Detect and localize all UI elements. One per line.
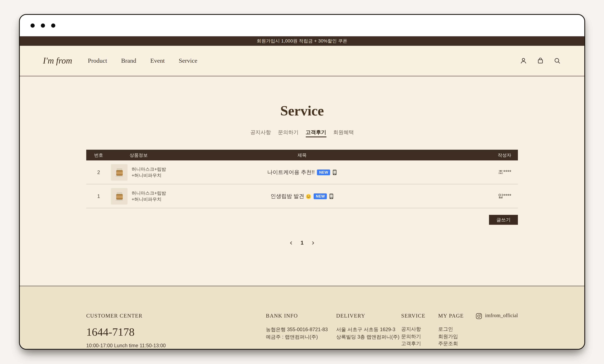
review-author: 조**** bbox=[415, 169, 518, 176]
account-icon[interactable] bbox=[519, 57, 527, 65]
review-row: 2 허니마스크+립밤+허니비파우치 나이트케어용 추천!! NEW bbox=[86, 160, 518, 184]
col-header-author: 작성자 bbox=[415, 152, 518, 158]
write-button[interactable]: 글쓰기 bbox=[489, 215, 518, 225]
pagination: ‹ 1 › bbox=[86, 239, 518, 246]
nav-service[interactable]: Service bbox=[179, 57, 197, 64]
footer-link-signup[interactable]: 회원가입 bbox=[438, 333, 476, 340]
review-title-link[interactable]: 인생립밤 발견 bbox=[271, 193, 304, 200]
footer-link-login[interactable]: 로그인 bbox=[438, 326, 476, 333]
cart-icon[interactable] bbox=[536, 57, 544, 65]
tab-inquiry[interactable]: 문의하기 bbox=[278, 129, 299, 137]
next-page-icon[interactable]: › bbox=[312, 239, 314, 246]
title-cell: 나이트케어용 추천!! NEW bbox=[189, 168, 415, 176]
header-icons bbox=[519, 57, 561, 65]
board-tabs: 공지사항 문의하기 고객후기 회원혜택 bbox=[20, 129, 584, 137]
footer-bank-info: BANK INFO 농협은행 355-0016-8721-83 예금주 : 랩앤… bbox=[266, 313, 336, 350]
logo[interactable]: I'm from bbox=[43, 56, 72, 66]
product-cell: 허니마스크+립밤+허니비파우치 bbox=[111, 188, 189, 204]
nav-event[interactable]: Event bbox=[150, 57, 165, 64]
footer-link-member-info[interactable]: 회원정보 bbox=[438, 348, 476, 350]
bank-account: 농협은행 355-0016-8721-83 bbox=[266, 326, 336, 333]
board-header-row: 번호 상품정보 제목 작성자 bbox=[86, 150, 518, 160]
review-number: 1 bbox=[86, 193, 111, 199]
main-nav: Product Brand Event Service bbox=[88, 57, 197, 64]
prev-page-icon[interactable]: ‹ bbox=[290, 239, 292, 246]
instagram-handle[interactable]: imfrom_official bbox=[485, 313, 518, 319]
review-board: 번호 상품정보 제목 작성자 2 허니마스크+립밤+허니비파우치 bbox=[86, 150, 518, 208]
smile-emoji bbox=[306, 194, 311, 199]
page-title: Service bbox=[20, 76, 584, 119]
review-row: 1 허니마스크+립밤+허니비파우치 인생립밤 발견 bbox=[86, 184, 518, 208]
footer-heading-delivery: DELIVERY bbox=[336, 313, 401, 319]
site-header: I'm from Product Brand Event Service bbox=[20, 46, 584, 76]
window-control-dot[interactable] bbox=[41, 24, 45, 28]
footer-service-menu: SERVICE 공지사항 문의하기 고객후기 회원혜택 bbox=[401, 313, 438, 350]
col-header-title: 제목 bbox=[189, 152, 415, 158]
window-titlebar bbox=[20, 15, 584, 36]
footer-customer-center: CUSTOMER CENTER 1644-7178 10:00-17:00 Lu… bbox=[86, 313, 266, 350]
new-badge: NEW bbox=[314, 194, 327, 199]
announcement-bar: 회원가입시 1,000원 적립금 + 30%할인 쿠폰 bbox=[20, 36, 584, 46]
announcement-text: 회원가입시 1,000원 적립금 + 30%할인 쿠폰 bbox=[257, 38, 347, 44]
footer-heading-service: SERVICE bbox=[401, 313, 438, 319]
nav-brand[interactable]: Brand bbox=[121, 57, 136, 64]
current-page[interactable]: 1 bbox=[301, 240, 303, 246]
review-title-link[interactable]: 나이트케어용 추천!! bbox=[267, 169, 315, 176]
col-header-no: 번호 bbox=[86, 152, 111, 158]
footer-heading-customer-center: CUSTOMER CENTER bbox=[86, 313, 266, 319]
title-cell: 인생립밤 발견 NEW bbox=[189, 192, 415, 200]
product-name[interactable]: 허니마스크+립밤+허니비파우치 bbox=[132, 190, 166, 202]
footer-link-benefits[interactable]: 회원혜택 bbox=[401, 348, 438, 350]
desktop-background: 회원가입시 1,000원 적립금 + 30%할인 쿠폰 I'm from Pro… bbox=[0, 0, 604, 364]
footer-heading-my-page: MY PAGE bbox=[438, 313, 476, 319]
footer-link-inquiry[interactable]: 문의하기 bbox=[401, 333, 438, 340]
site-footer: CUSTOMER CENTER 1644-7178 10:00-17:00 Lu… bbox=[20, 286, 584, 350]
mobile-icon bbox=[329, 194, 334, 199]
window-control-dot[interactable] bbox=[31, 24, 35, 28]
product-cell: 허니마스크+립밤+허니비파우치 bbox=[111, 164, 189, 181]
delivery-address-line1: 서울 서초구 서초동 1629-3 bbox=[336, 326, 401, 333]
product-thumbnail[interactable] bbox=[111, 164, 127, 181]
footer-my-page: MY PAGE 로그인 회원가입 주문조회 회원정보 bbox=[438, 313, 476, 350]
footer-link-notice[interactable]: 공지사항 bbox=[401, 326, 438, 333]
review-number: 2 bbox=[86, 169, 111, 175]
window-control-dot[interactable] bbox=[51, 24, 55, 28]
tab-reviews[interactable]: 고객후기 bbox=[306, 129, 326, 137]
search-icon[interactable] bbox=[553, 57, 561, 65]
instagram-icon[interactable] bbox=[476, 313, 482, 321]
footer-heading-bank-info: BANK INFO bbox=[266, 313, 336, 319]
new-badge: NEW bbox=[317, 170, 330, 175]
product-name[interactable]: 허니마스크+립밤+허니비파우치 bbox=[132, 166, 166, 178]
mobile-icon bbox=[333, 170, 337, 175]
footer-instagram: imfrom_official bbox=[476, 313, 518, 350]
customer-hours: 10:00-17:00 Lunch time 11:50-13:00 bbox=[86, 343, 266, 349]
customer-phone: 1644-7178 bbox=[86, 326, 266, 339]
nav-product[interactable]: Product bbox=[88, 57, 107, 64]
review-author: 압**** bbox=[415, 193, 518, 200]
footer-link-orders[interactable]: 주문조회 bbox=[438, 340, 476, 348]
delivery-address-line2: 상록빌딩 3층 랩앤컴퍼니(주) bbox=[336, 333, 401, 341]
product-thumbnail[interactable] bbox=[111, 188, 127, 204]
tab-benefits[interactable]: 회원혜택 bbox=[333, 129, 354, 137]
col-header-product: 상품정보 bbox=[111, 152, 189, 158]
tab-notice[interactable]: 공지사항 bbox=[250, 129, 271, 137]
main-content: Service 공지사항 문의하기 고객후기 회원혜택 번호 상품정보 제목 작… bbox=[20, 76, 584, 286]
footer-link-reviews[interactable]: 고객후기 bbox=[401, 340, 438, 348]
footer-delivery: DELIVERY 서울 서초구 서초동 1629-3 상록빌딩 3층 랩앤컴퍼니… bbox=[336, 313, 401, 350]
browser-window: 회원가입시 1,000원 적립금 + 30%할인 쿠폰 I'm from Pro… bbox=[19, 14, 585, 350]
bank-holder: 예금주 : 랩앤컴퍼니(주) bbox=[266, 333, 336, 341]
